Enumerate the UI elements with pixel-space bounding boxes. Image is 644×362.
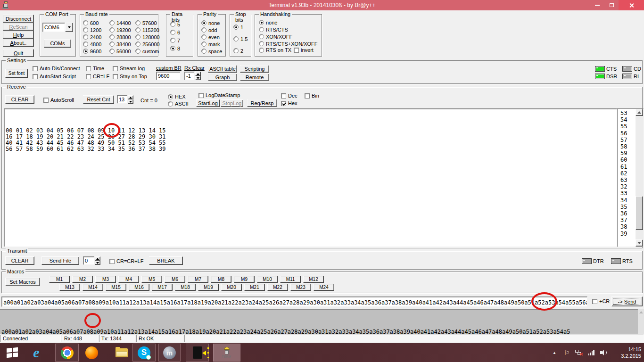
response-item[interactable]: 60 [620,156,636,163]
response-item[interactable]: 37 [620,217,636,223]
macro-button[interactable]: M1 [49,276,70,283]
rx-clear-label[interactable]: Rx Clear [184,65,205,71]
macro-button[interactable]: M10 [257,276,278,283]
data-bits-option[interactable]: 8 [170,44,180,52]
volume-control[interactable] [598,343,609,362]
set-macros-button[interactable]: Set Macros [5,278,40,286]
coms-button[interactable]: COMs [44,39,71,48]
macro-button[interactable]: M24 [314,284,334,291]
close-button[interactable] [619,0,644,10]
response-item[interactable]: 58 [620,143,636,150]
taskbar-item-skype[interactable]: S [132,344,156,362]
response-item[interactable]: 54 [620,116,636,123]
response-item[interactable]: 32 [620,183,636,190]
graph-button[interactable]: Graph [208,74,237,81]
hex-mode-radio[interactable]: HEX [168,94,186,99]
spin-down-icon[interactable] [195,76,201,80]
spin-down-icon[interactable] [95,261,100,265]
macro-button[interactable]: M3 [95,276,116,283]
response-item[interactable]: 34 [620,197,636,204]
response-item[interactable]: 36 [620,210,636,217]
transmit-spinner[interactable]: 0 [83,256,100,265]
macro-button[interactable]: M11 [280,276,301,283]
baud-option[interactable]: 9600 [83,48,101,55]
response-item[interactable]: 55 [620,123,636,130]
minimize-button[interactable] [590,0,604,10]
macro-button[interactable]: M14 [83,284,103,291]
macro-button[interactable]: M12 [303,276,324,283]
response-item[interactable]: 35 [620,204,636,210]
baud-option[interactable]: 600 [83,19,101,26]
taskbar-item-chip-programmer[interactable] [186,344,209,362]
response-item[interactable]: 39 [620,230,636,237]
response-list-scrollbar[interactable] [636,109,643,247]
set-font-button[interactable]: Set font [5,69,28,78]
data-bits-option[interactable]: 7 [170,36,180,44]
response-item[interactable]: 56 [620,130,636,137]
network-status[interactable]: ✕ [573,343,584,362]
spin-up-icon[interactable] [195,72,201,76]
rescan-button[interactable]: ReScan [3,23,34,31]
maximize-button[interactable] [604,0,619,10]
log-datestamp-checkbox[interactable]: LogDateStamp [198,92,240,98]
scroll-up-icon[interactable] [639,311,643,313]
macro-button[interactable]: M9 [234,276,255,283]
quit-button[interactable]: Quit [3,49,34,57]
handshaking-option[interactable]: none [259,19,318,26]
macro-button[interactable]: M7 [188,276,208,283]
history-scrollbar[interactable] [638,309,644,334]
hex-checkbox[interactable]: Hex [281,100,297,106]
spin-down-icon[interactable] [128,99,133,104]
break-button[interactable]: BREAK [149,256,183,265]
stop-bits-option[interactable]: 1 [233,21,248,33]
baud-option[interactable]: 2400 [83,33,101,41]
auto-disconnect-checkbox[interactable]: Auto Dis/Connect [33,66,80,71]
macro-button[interactable]: M4 [118,276,139,283]
about-button[interactable]: About.. [3,39,34,47]
macro-button[interactable]: M22 [267,284,288,291]
autoscroll-checkbox[interactable]: AutoScroll [43,97,74,103]
macro-button[interactable]: M21 [244,284,265,291]
transmit-input[interactable] [1,296,587,307]
taskbar-item-terminal[interactable]: TERM [213,344,240,362]
receive-clear-button[interactable]: CLEAR [5,95,34,104]
macro-button[interactable]: M20 [221,284,242,291]
taskbar-item-mediamonkey[interactable]: m [158,344,181,362]
baud-option[interactable]: 4800 [83,41,101,48]
scripting-button[interactable]: Scripting [240,65,269,73]
reset-cnt-button[interactable]: Reset Cnt [83,95,114,104]
handshaking-option[interactable]: RTS/CTS+XON/XOFF [259,40,318,47]
parity-option[interactable]: even [201,33,222,41]
spin-up-icon[interactable] [128,95,133,99]
custom-br-label[interactable]: custom BR [156,65,182,71]
macro-button[interactable]: M2 [72,276,93,283]
spin-up-icon[interactable] [95,256,100,261]
ascii-mode-radio[interactable]: ASCII [168,101,189,107]
scroll-thumb[interactable] [636,196,643,230]
cellular-signal[interactable] [586,343,596,362]
receive-textarea[interactable]: 00 01 02 03 04 05 06 07 08 09 10 11 12 1… [4,108,617,247]
time-checkbox[interactable]: Time [86,66,104,71]
response-item[interactable]: 59 [620,150,636,156]
startlog-button[interactable]: StartLog [196,99,220,107]
stop-bits-option[interactable]: 1.5 [233,33,248,45]
handshaking-option[interactable]: XON/XOFF [259,33,318,40]
transmit-clear-button[interactable]: CLEAR [5,256,34,265]
response-item[interactable]: 33 [620,190,636,197]
stoplog-button[interactable]: StopLog [221,99,243,107]
baud-option[interactable]: 256000 [135,41,160,48]
response-list[interactable]: 53545556575859606162633233343536373839 [617,108,644,247]
baud-option[interactable]: 14400 [109,19,131,26]
baud-option[interactable]: 128000 [135,33,160,41]
action-center-flag[interactable]: ⚐ [562,343,571,362]
start-button[interactable] [3,344,22,362]
send-file-button[interactable]: Send File [41,256,79,265]
macro-button[interactable]: M8 [211,276,231,283]
baud-option[interactable]: custom [135,48,160,55]
parity-option[interactable]: space [201,48,222,55]
counter-spinner[interactable]: 13 [117,95,133,104]
response-item[interactable]: 53 [620,110,636,116]
taskbar-clock[interactable]: 14:15 3.2.2015 [611,343,641,362]
response-item[interactable]: 57 [620,137,636,143]
response-item[interactable]: 63 [620,177,636,183]
